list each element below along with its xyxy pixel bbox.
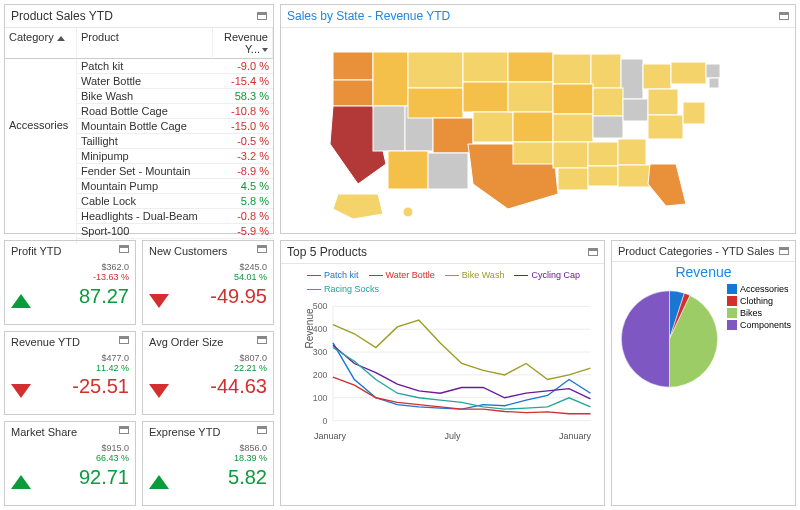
kpi-card[interactable]: Revenue YTD $477.011.42 % -25.51 [4, 331, 136, 416]
maximize-icon[interactable] [257, 426, 267, 434]
maximize-icon[interactable] [779, 247, 789, 255]
kpi-title-text: New Customers [149, 245, 227, 257]
panel-title-link[interactable]: Sales by State - Revenue YTD [287, 9, 450, 23]
kpi-subtext: $856.018.39 % [149, 444, 267, 464]
arrow-up-icon [149, 475, 169, 489]
kpi-title-text: Revenue YTD [11, 336, 80, 348]
product-value: -5.9 % [215, 224, 273, 238]
maximize-icon[interactable] [119, 336, 129, 344]
table-row[interactable]: Sport-100-5.9 % [77, 224, 273, 239]
product-rows: Patch kit-9.0 %Water Bottle-15.4 %Bike W… [77, 59, 273, 244]
kpi-card[interactable]: Exprense YTD $856.018.39 % 5.82 [142, 421, 274, 506]
svg-rect-32 [553, 142, 588, 168]
maximize-icon[interactable] [119, 245, 129, 253]
legend-item[interactable]: Water Bottle [369, 270, 435, 280]
table-row[interactable]: Patch kit-9.0 % [77, 59, 273, 74]
table-row[interactable]: Cable Lock5.8 % [77, 194, 273, 209]
table-row[interactable]: Mountain Bottle Cage-15.0 % [77, 119, 273, 134]
table-row[interactable]: Minipump-3.2 % [77, 149, 273, 164]
product-name: Water Bottle [77, 74, 215, 88]
kpi-card[interactable]: New Customers $245.054.01 % -49.95 [142, 240, 274, 325]
col-category[interactable]: Category [5, 28, 77, 59]
legend-item[interactable]: Racing Socks [307, 284, 379, 294]
svg-rect-29 [388, 151, 428, 189]
arrow-up-icon [11, 294, 31, 308]
maximize-icon[interactable] [119, 426, 129, 434]
pie-chart-title: Revenue [612, 264, 795, 280]
svg-rect-11 [706, 64, 720, 78]
svg-rect-23 [593, 88, 623, 116]
product-value: 5.8 % [215, 194, 273, 208]
arrow-down-icon [149, 384, 169, 398]
legend-item[interactable]: Cycling Cap [514, 270, 580, 280]
col-product[interactable]: Product [77, 28, 213, 59]
svg-rect-17 [463, 82, 508, 112]
svg-rect-25 [623, 99, 648, 121]
svg-rect-37 [618, 165, 650, 187]
legend-item[interactable]: Components [727, 320, 791, 330]
map-panel: Sales by State - Revenue YTD [280, 4, 796, 234]
table-row[interactable]: Road Bottle Cage-10.8 % [77, 104, 273, 119]
legend-item[interactable]: Clothing [727, 296, 791, 306]
legend-item[interactable]: Accessories [727, 284, 791, 294]
product-name: Mountain Bottle Cage [77, 119, 215, 133]
product-value: -10.8 % [215, 104, 273, 118]
legend-item[interactable]: Patch kit [307, 270, 359, 280]
product-name: Mountain Pump [77, 179, 215, 193]
table-row[interactable]: Taillight-0.5 % [77, 134, 273, 149]
svg-rect-6 [553, 54, 591, 84]
pie-chart[interactable] [616, 284, 723, 394]
top5-chart[interactable]: Revenue 0 100 200 300 400 500 [311, 296, 596, 431]
svg-rect-15 [408, 88, 463, 118]
maximize-icon[interactable] [257, 12, 267, 20]
product-value: -0.8 % [215, 209, 273, 223]
kpi-card[interactable]: Avg Order Size $807.022.21 % -44.63 [142, 331, 274, 416]
product-value: -8.9 % [215, 164, 273, 178]
maximize-icon[interactable] [779, 12, 789, 20]
svg-rect-18 [473, 112, 513, 142]
legend-item[interactable]: Bikes [727, 308, 791, 318]
svg-rect-2 [373, 52, 408, 106]
map-title-bar: Sales by State - Revenue YTD [281, 5, 795, 28]
svg-rect-3 [408, 52, 463, 88]
table-row[interactable]: Headlights - Dual-Beam-0.8 % [77, 209, 273, 224]
svg-rect-9 [643, 64, 671, 89]
panel-title-text: Product Sales YTD [11, 9, 113, 23]
top5-legend: Patch kitWater BottleBike WashCycling Ca… [307, 270, 596, 294]
maximize-icon[interactable] [588, 248, 598, 256]
dropdown-icon [262, 48, 268, 52]
col-revenue[interactable]: Revenue Y... [213, 28, 273, 59]
maximize-icon[interactable] [257, 245, 267, 253]
kpi-value: -44.63 [210, 375, 267, 398]
kpi-value: 87.27 [79, 285, 129, 308]
kpi-title-text: Profit YTD [11, 245, 62, 257]
arrow-down-icon [11, 384, 31, 398]
table-row[interactable]: Bike Wash58.3 % [77, 89, 273, 104]
product-name: Sport-100 [77, 224, 215, 238]
product-value: -15.4 % [215, 74, 273, 88]
svg-rect-26 [648, 89, 678, 115]
product-table-header: Category Product Revenue Y... [5, 28, 273, 59]
kpi-grid: Profit YTD $362.0-13.63 % 87.27New Custo… [4, 240, 274, 506]
product-sales-title-bar: Product Sales YTD [5, 5, 273, 28]
table-row[interactable]: Water Bottle-15.4 % [77, 74, 273, 89]
svg-rect-36 [618, 139, 646, 165]
svg-rect-8 [621, 59, 643, 99]
arrow-up-icon [11, 475, 31, 489]
kpi-title-text: Market Share [11, 426, 77, 438]
kpi-subtext: $915.066.43 % [11, 444, 129, 464]
svg-text:0: 0 [323, 416, 328, 426]
kpi-card[interactable]: Market Share $915.066.43 % 92.71 [4, 421, 136, 506]
svg-rect-27 [648, 115, 683, 139]
svg-rect-30 [428, 153, 468, 189]
legend-item[interactable]: Bike Wash [445, 270, 505, 280]
table-row[interactable]: Mountain Pump4.5 % [77, 179, 273, 194]
map-chart[interactable] [281, 28, 795, 232]
kpi-card[interactable]: Profit YTD $362.0-13.63 % 87.27 [4, 240, 136, 325]
table-row[interactable]: Fender Set - Mountain-8.9 % [77, 164, 273, 179]
svg-rect-19 [508, 82, 553, 112]
kpi-subtext: $477.011.42 % [11, 354, 129, 374]
legend-swatch [727, 308, 737, 318]
maximize-icon[interactable] [257, 336, 267, 344]
svg-text:200: 200 [313, 370, 328, 380]
